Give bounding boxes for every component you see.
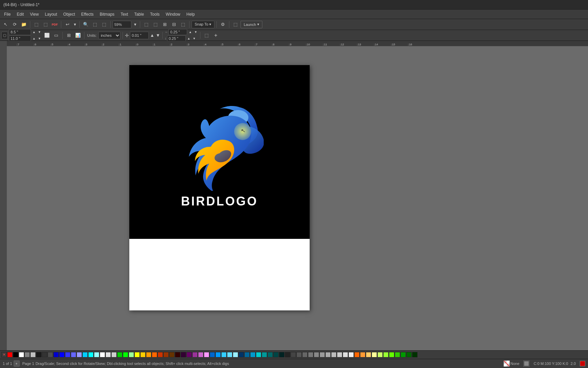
- menu-bitmaps[interactable]: Bitmaps: [97, 11, 117, 18]
- color-swatch[interactable]: [175, 352, 180, 357]
- page-size-dropdown[interactable]: ▢: [1, 32, 8, 39]
- units-icon-btn[interactable]: ⊞: [65, 31, 73, 40]
- page-width-input[interactable]: [9, 29, 31, 35]
- view-mode-btn[interactable]: ⬚: [179, 20, 187, 29]
- select-tool-btn[interactable]: ↖: [1, 20, 10, 29]
- width-up-btn[interactable]: ▲: [32, 29, 36, 35]
- color-swatch[interactable]: [169, 352, 175, 357]
- undo-dropdown[interactable]: ▾: [72, 20, 77, 29]
- color-swatch[interactable]: [302, 352, 308, 357]
- fit-page-btn[interactable]: ⬚: [100, 20, 108, 29]
- color-swatch[interactable]: [337, 352, 342, 357]
- color-swatch[interactable]: [267, 352, 273, 357]
- color-swatch[interactable]: [325, 352, 331, 357]
- color-swatch[interactable]: [100, 352, 105, 357]
- color-swatch[interactable]: [123, 352, 128, 357]
- menu-file[interactable]: File: [1, 11, 13, 18]
- color-swatch[interactable]: [88, 352, 94, 357]
- undo-btn[interactable]: ↩: [63, 20, 71, 29]
- view-table-btn[interactable]: ⊟: [170, 20, 178, 29]
- offset-x-up[interactable]: ▲: [188, 29, 193, 35]
- menu-tools[interactable]: Tools: [147, 11, 162, 18]
- color-swatch[interactable]: [158, 352, 163, 357]
- chart-btn[interactable]: 📊: [74, 31, 82, 40]
- launch-btn[interactable]: Launch ▾: [241, 21, 262, 28]
- color-swatch[interactable]: [372, 352, 377, 357]
- color-swatch[interactable]: [285, 352, 290, 357]
- view-simple-btn[interactable]: ⬚: [151, 20, 160, 29]
- color-swatch[interactable]: [360, 352, 365, 357]
- color-swatch[interactable]: [273, 352, 279, 357]
- freehand-btn[interactable]: ⟳: [11, 20, 19, 29]
- color-swatch[interactable]: [94, 352, 99, 357]
- color-swatch[interactable]: [36, 352, 42, 357]
- color-swatch[interactable]: [82, 352, 88, 357]
- canvas-area[interactable]: BIRDLOGO ↖: [7, 46, 588, 350]
- pdf-btn[interactable]: PDF: [51, 20, 59, 29]
- color-swatch[interactable]: [117, 352, 122, 357]
- view-grid-btn[interactable]: ⊞: [161, 20, 169, 29]
- menu-help[interactable]: Help: [184, 11, 198, 18]
- color-swatch[interactable]: [129, 352, 134, 357]
- color-swatch[interactable]: [296, 352, 302, 357]
- add-page-toolbar-btn[interactable]: +: [212, 31, 220, 40]
- color-swatch[interactable]: [331, 352, 337, 357]
- import-btn[interactable]: 📁: [20, 20, 28, 29]
- snap-to-btn[interactable]: Snap To ▾: [192, 21, 214, 28]
- color-swatch[interactable]: [320, 352, 325, 357]
- color-swatch[interactable]: [19, 352, 24, 357]
- color-swatch[interactable]: [42, 352, 47, 357]
- color-swatch[interactable]: [239, 352, 244, 357]
- menu-view[interactable]: View: [27, 11, 42, 18]
- landscape-btn[interactable]: ▭: [52, 31, 60, 40]
- active-color-box[interactable]: [580, 361, 585, 366]
- menu-window[interactable]: Window: [163, 11, 183, 18]
- no-color-swatch[interactable]: ✕: [1, 352, 7, 357]
- menu-object[interactable]: Object: [61, 11, 78, 18]
- color-swatch[interactable]: [308, 352, 313, 357]
- color-swatch[interactable]: [221, 352, 227, 357]
- nudge-up-btn[interactable]: ▲: [150, 31, 154, 40]
- color-swatch[interactable]: [192, 352, 198, 357]
- color-swatch[interactable]: [406, 352, 412, 357]
- color-swatch[interactable]: [186, 352, 192, 357]
- color-swatch[interactable]: [53, 352, 59, 357]
- color-swatch[interactable]: [227, 352, 232, 357]
- color-swatch[interactable]: [366, 352, 371, 357]
- export-btn[interactable]: ⬚: [32, 20, 40, 29]
- color-swatch[interactable]: [48, 352, 53, 357]
- color-swatch[interactable]: [140, 352, 146, 357]
- menu-edit[interactable]: Edit: [14, 11, 27, 18]
- portrait-btn[interactable]: ⬜: [43, 31, 51, 40]
- width-down-btn[interactable]: ▼: [37, 29, 42, 35]
- color-swatch[interactable]: [146, 352, 151, 357]
- nudge-input[interactable]: [130, 32, 149, 39]
- color-swatch[interactable]: [314, 352, 319, 357]
- transform-btn[interactable]: ⬚: [202, 31, 211, 40]
- color-swatch[interactable]: [30, 352, 36, 357]
- color-swatch[interactable]: [163, 352, 169, 357]
- units-select[interactable]: inches mm cm pixels: [98, 32, 120, 39]
- color-swatch[interactable]: [7, 352, 13, 357]
- color-swatch[interactable]: [395, 352, 400, 357]
- color-swatch[interactable]: [244, 352, 250, 357]
- color-swatch[interactable]: [24, 352, 30, 357]
- menu-text[interactable]: Text: [118, 11, 131, 18]
- color-swatch[interactable]: [233, 352, 238, 357]
- color-swatch[interactable]: [210, 352, 215, 357]
- menu-table[interactable]: Table: [131, 11, 147, 18]
- zoom-out-btn[interactable]: ⬚: [91, 20, 99, 29]
- print-btn[interactable]: ⬚: [42, 20, 50, 29]
- color-swatch[interactable]: [77, 352, 82, 357]
- color-swatch[interactable]: [152, 352, 157, 357]
- color-swatch[interactable]: [348, 352, 354, 357]
- color-swatch[interactable]: [59, 352, 65, 357]
- offset-x-down[interactable]: ▼: [193, 29, 198, 35]
- color-swatch[interactable]: [389, 352, 394, 357]
- zoom-in-btn[interactable]: 🔍: [82, 20, 90, 29]
- color-swatch[interactable]: [343, 352, 348, 357]
- color-swatch[interactable]: [279, 352, 284, 357]
- color-swatch[interactable]: [250, 352, 256, 357]
- color-swatch[interactable]: [198, 352, 203, 357]
- color-swatch[interactable]: [204, 352, 209, 357]
